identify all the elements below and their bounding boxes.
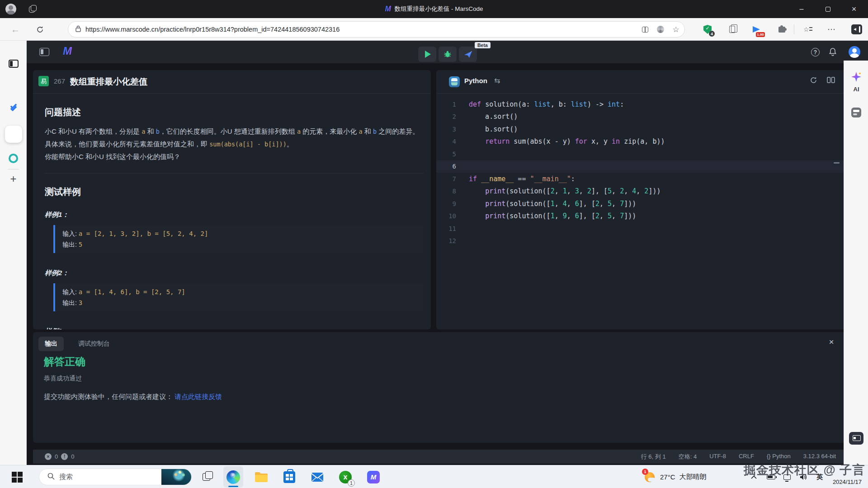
io-label: 输出:: [62, 241, 79, 248]
collapse-panel-icon[interactable]: [39, 48, 49, 56]
url-text[interactable]: https://www.marscode.cn/practice/lnrp0r1…: [85, 26, 638, 33]
window-title: M 数组重排最小化差值 - MarsCode: [0, 0, 868, 18]
task-view-icon[interactable]: [203, 471, 214, 482]
sidebar-panel-button[interactable]: [849, 432, 863, 445]
help-icon[interactable]: ?: [811, 48, 820, 56]
taskbar-search[interactable]: 搜索: [39, 469, 192, 485]
language-mode[interactable]: {} Python: [767, 453, 791, 461]
sidebar-tool-icon[interactable]: [851, 108, 861, 117]
code-token: ], [: [591, 187, 608, 195]
sidebar-toggle-icon[interactable]: [849, 18, 864, 41]
line-number: 1: [436, 101, 469, 108]
user-avatar[interactable]: [849, 46, 860, 58]
code-line[interactable]: 7if __name__ == "__main__":: [436, 173, 847, 185]
language-swap-icon[interactable]: ⇆: [494, 76, 500, 85]
python-version[interactable]: 3.12.3 64-bit: [803, 453, 836, 461]
code-token: ,: [567, 187, 575, 195]
code-line[interactable]: 4 return sum(abs(x - y) for x, y in zip(…: [436, 136, 847, 148]
favorite-star-icon[interactable]: ☆: [669, 23, 683, 36]
code-line[interactable]: 1def solution(a: list, b: list) -> int:: [436, 98, 847, 111]
code-token: ==: [514, 175, 530, 183]
eol-setting[interactable]: CRLF: [739, 453, 754, 461]
code-line[interactable]: 9 print(solution([1, 4, 6], [2, 5, 7])): [436, 197, 847, 210]
code-line[interactable]: 3 b.sort(): [436, 123, 847, 136]
io-value: 5: [79, 241, 82, 248]
cursor-position[interactable]: 行 6, 列 1: [641, 453, 666, 461]
taskbar-marscode[interactable]: M: [363, 466, 383, 488]
taskbar-store[interactable]: [279, 466, 299, 488]
code-token: 1: [563, 187, 567, 195]
tab-output[interactable]: 输出: [38, 337, 64, 351]
favorites-bar-icon[interactable]: ☆: [800, 18, 816, 41]
code-token: ], [: [579, 200, 595, 208]
notification-bell-icon[interactable]: [829, 47, 837, 58]
encoding[interactable]: UTF-8: [709, 453, 726, 461]
marscode-logo: M: [63, 46, 72, 56]
code-token: ,: [612, 200, 620, 208]
taskbar-explorer[interactable]: [251, 466, 271, 488]
code-token: b.sort(): [469, 125, 518, 133]
more-menu-icon[interactable]: ⋯: [825, 18, 838, 41]
panel-layout-icon[interactable]: [0, 60, 27, 68]
io-label: 输入:: [62, 288, 79, 296]
taskbar-mail[interactable]: [307, 466, 327, 488]
adblock-shield-icon[interactable]: 4: [700, 18, 715, 41]
start-button[interactable]: [7, 465, 27, 488]
address-bar[interactable]: https://www.marscode.cn/practice/lnrp0r1…: [68, 21, 685, 38]
notes-extension-icon[interactable]: [725, 18, 739, 41]
code-editor[interactable]: 1def solution(a: list, b: list) -> int:2…: [436, 94, 847, 329]
code-token: "__main__": [530, 175, 571, 183]
code-line[interactable]: 2 a.sort(): [436, 111, 847, 123]
code-line[interactable]: 10 print(solution([1, 9, 6], [2, 5, 7])): [436, 210, 847, 223]
errors-icon: ×: [45, 453, 52, 460]
marscode-active-app-icon[interactable]: [0, 126, 27, 143]
file-explorer-icon: [255, 471, 268, 483]
run-button-group: [418, 47, 477, 62]
code-line[interactable]: 5: [436, 148, 847, 160]
code-token: return: [485, 137, 514, 145]
code-line[interactable]: 8 print(solution([2, 1, 3, 2], [5, 2, 4,…: [436, 185, 847, 198]
problem-body[interactable]: 问题描述 小C 和小U 有两个数组，分别是 a 和 b，它们的长度相同。小U 想…: [33, 94, 431, 329]
code-token: sum(abs(x - y): [514, 137, 575, 145]
back-icon[interactable]: ←: [8, 18, 23, 41]
copilot-ai-item[interactable]: AI: [844, 71, 868, 93]
add-app-icon[interactable]: +: [0, 173, 27, 185]
juejin-chevrons-icon[interactable]: [0, 104, 27, 110]
lock-icon[interactable]: [75, 25, 81, 34]
problems-summary[interactable]: × 0 ! 0: [33, 453, 74, 460]
code-line[interactable]: 11: [436, 222, 847, 235]
errors-count: 0: [55, 453, 58, 460]
edge-icon: [226, 470, 240, 484]
minimize-button[interactable]: –: [791, 0, 812, 18]
bing-daily-image[interactable]: [161, 469, 191, 485]
flag-extension-icon[interactable]: 1.00: [749, 18, 764, 41]
feedback-link[interactable]: 请点此链接反馈: [175, 393, 222, 400]
layout-split-icon[interactable]: [827, 76, 835, 85]
code-token: 4: [563, 200, 567, 208]
split-screen-icon[interactable]: [638, 23, 652, 36]
close-output-icon[interactable]: ×: [825, 336, 838, 348]
teal-ring-app-icon[interactable]: [0, 154, 27, 163]
taskbar-weather[interactable]: 1 27°C 大部晴朗: [644, 465, 707, 488]
code-token: ])): [624, 212, 636, 220]
problem-header: 易 267 数组重排最小化差值: [33, 70, 431, 94]
reset-code-icon[interactable]: [810, 76, 817, 86]
copilot-icon[interactable]: [654, 23, 667, 36]
taskbar-edge[interactable]: [223, 466, 243, 488]
code-token: 1: [551, 200, 555, 208]
tab-debug-console[interactable]: 调试控制台: [72, 337, 116, 351]
reload-icon[interactable]: [33, 18, 47, 41]
language-label[interactable]: Python: [464, 77, 487, 84]
extension-puzzle-icon[interactable]: [775, 18, 788, 41]
run-button[interactable]: [418, 47, 436, 62]
indent-setting[interactable]: 空格: 4: [679, 453, 697, 461]
debug-button[interactable]: [439, 47, 457, 62]
code-line[interactable]: 12: [436, 235, 847, 248]
taskbar-xbox[interactable]: x 1: [335, 466, 355, 488]
submit-button[interactable]: [459, 47, 477, 62]
marscode-app: M Beta ? 易 267 数组重排最小化差值: [27, 41, 868, 465]
code-line[interactable]: 6: [436, 160, 847, 173]
maximize-button[interactable]: [817, 0, 838, 18]
close-button[interactable]: ×: [844, 0, 864, 18]
code-token: 2: [551, 187, 555, 195]
